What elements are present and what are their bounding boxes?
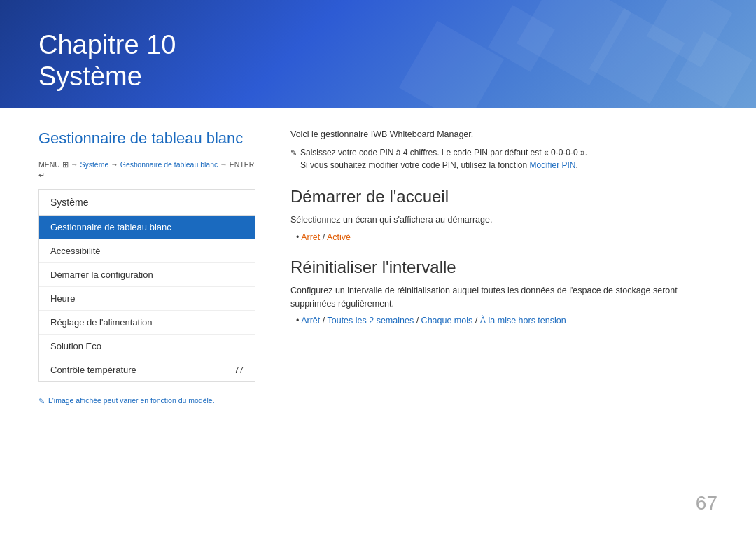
menu-box: Système Gestionnaire de tableau blanc Ac…	[38, 189, 255, 382]
breadcrumb-icon-enter: ↵	[38, 171, 45, 179]
menu-header: Système	[39, 190, 255, 216]
left-column: Gestionnaire de tableau blanc MENU ⊞ → S…	[38, 129, 255, 406]
header-title: Chapitre 10 Système	[38, 29, 176, 93]
section-title: Gestionnaire de tableau blanc	[38, 129, 255, 148]
menu-item-alimentation[interactable]: Réglage de l'alimentation	[39, 311, 255, 335]
menu-item-controle-temp[interactable]: Contrôle température 77	[39, 358, 255, 381]
menu-item-label: Solution Eco	[50, 341, 102, 351]
reinitialiser-option-item: Arrêt / Toutes les 2 semaines / Chaque m…	[296, 316, 718, 325]
breadcrumb: MENU ⊞ → Système → Gestionnaire de table…	[38, 160, 255, 179]
header-decoration	[340, 0, 756, 108]
pencil-icon: ✎	[38, 397, 45, 406]
breadcrumb-sep3: →	[220, 160, 227, 169]
breadcrumb-enter: ENTER	[230, 160, 255, 169]
breadcrumb-icon-menu: ⊞	[62, 160, 69, 169]
breadcrumb-sep1: →	[71, 160, 78, 169]
right-column: Voici le gestionnaire IWB Whiteboard Man…	[290, 129, 718, 406]
main-content: Gestionnaire de tableau blanc MENU ⊞ → S…	[0, 108, 756, 420]
demarrer-options: Arrêt / Activé	[290, 232, 718, 242]
section-demarrer-title: Démarrer de l'accueil	[290, 187, 718, 206]
menu-item-heure[interactable]: Heure	[39, 287, 255, 311]
reinit-mise-hors-tension-link[interactable]: À la mise hors tension	[480, 316, 566, 325]
menu-item-label: Heure	[50, 293, 75, 304]
breadcrumb-menu: MENU	[38, 160, 60, 169]
menu-item-solution-eco[interactable]: Solution Eco	[39, 335, 255, 358]
modifier-pin-link[interactable]: Modifier PIN	[530, 160, 576, 170]
demarrer-active-link[interactable]: Activé	[327, 232, 351, 242]
section-demarrer-desc: Sélectionnez un écran qui s'affichera au…	[290, 213, 718, 227]
menu-item-accessibilite[interactable]: Accessibilité	[39, 239, 255, 263]
menu-item-demarrer-config[interactable]: Démarrer la configuration	[39, 263, 255, 287]
note-item-pin: ✎ Saisissez votre code PIN à 4 chiffres.…	[290, 146, 718, 171]
reinit-2semaines-link[interactable]: Toutes les 2 semaines	[327, 316, 414, 325]
intro-text: Voici le gestionnaire IWB Whiteboard Man…	[290, 129, 718, 139]
breadcrumb-system: Système	[80, 160, 108, 169]
breadcrumb-sep2: →	[111, 160, 118, 169]
menu-item-label: Contrôle température	[50, 365, 136, 375]
section-reinitialiser-desc: Configurez un intervalle de réinitialisa…	[290, 284, 718, 311]
demarrer-option-item: Arrêt / Activé	[296, 232, 718, 242]
menu-item-label: Gestionnaire de tableau blanc	[50, 222, 172, 232]
pencil-icon-2: ✎	[290, 147, 297, 159]
page-number: 67	[696, 492, 718, 514]
note-pin-text: Saisissez votre code PIN à 4 chiffres. L…	[300, 146, 587, 171]
footer-note-text: L'image affichée peut varier en fonction…	[48, 396, 215, 405]
page-header: Chapitre 10 Système	[0, 0, 756, 108]
demarrer-arret-link[interactable]: Arrêt	[301, 232, 320, 242]
section-reinitialiser-title: Réinitialiser l'intervalle	[290, 258, 718, 277]
reinit-arret-link[interactable]: Arrêt	[301, 316, 320, 325]
reinitialiser-options: Arrêt / Toutes les 2 semaines / Chaque m…	[290, 316, 718, 325]
reinit-chaque-mois-link[interactable]: Chaque mois	[421, 316, 473, 325]
breadcrumb-page: Gestionnaire de tableau blanc	[120, 160, 218, 169]
menu-item-label: Accessibilité	[50, 246, 101, 256]
footer-note: ✎ L'image affichée peut varier en foncti…	[38, 396, 255, 406]
menu-item-label: Réglage de l'alimentation	[50, 317, 153, 328]
menu-item-label: Démarrer la configuration	[50, 269, 153, 280]
menu-item-tableau-blanc[interactable]: Gestionnaire de tableau blanc	[39, 216, 255, 239]
menu-item-page: 77	[234, 365, 244, 375]
